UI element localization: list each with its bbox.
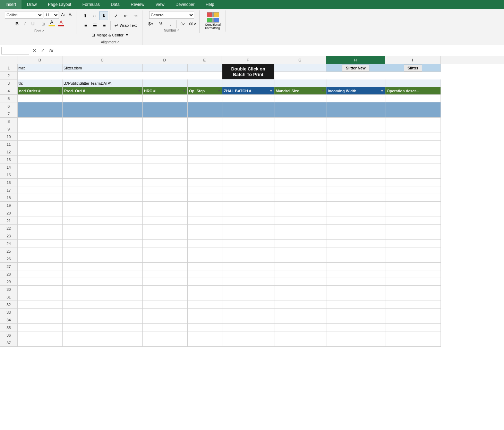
tab-view[interactable]: View [150,0,170,9]
cell-e9[interactable] [188,125,222,133]
row-header-32[interactable]: 32 [0,301,17,309]
col-header-e[interactable]: E [187,56,222,64]
col-header-c[interactable]: C [62,56,142,64]
cell-i2[interactable] [385,79,441,87]
cell-i1-slitter[interactable]: Slitter [385,64,441,72]
cell-d1[interactable] [143,64,188,72]
cell-h8[interactable] [326,118,385,125]
col-header-i[interactable]: I [385,56,441,64]
cell-c10[interactable] [63,133,143,141]
row-header-12[interactable]: 12 [0,148,17,156]
font-expand-icon[interactable]: ↗ [42,29,44,33]
tab-developer[interactable]: Developer [170,0,200,9]
cell-c2[interactable]: B:\Public\Slitter Team\DATA\ [63,79,143,87]
row-header-20[interactable]: 20 [0,209,17,217]
row-header-24[interactable]: 24 [0,240,17,247]
tab-review[interactable]: Review [125,0,150,9]
cell-b8[interactable] [18,118,63,125]
row-header-16[interactable]: 16 [0,179,17,186]
align-left-button[interactable]: ≡ [81,21,90,30]
cell-b10[interactable] [18,133,63,141]
cell-i5-blue[interactable] [385,102,441,118]
cell-h2[interactable] [326,79,385,87]
align-right-button[interactable]: ≡ [100,21,109,30]
row-header-34[interactable]: 34 [0,316,17,324]
indent-decrease-button[interactable]: ⇤ [121,11,130,20]
row-header-11[interactable]: 11 [0,141,17,148]
tab-formulas[interactable]: Formulas [77,0,105,9]
alignment-expand-icon[interactable]: ↗ [117,41,119,44]
slitter-new-button[interactable]: Slitter New [342,65,369,71]
fill-color-button[interactable]: A [47,19,56,28]
slitter-button[interactable]: Slitter [404,65,422,71]
row-header-5[interactable]: 5 [0,95,17,102]
row-header-27[interactable]: 27 [0,263,17,270]
tab-page-layout[interactable]: Page Layout [42,0,77,9]
row-header-21[interactable]: 21 [0,217,17,225]
row-header-25[interactable]: 25 [0,247,17,255]
row-header-4[interactable]: 4 [0,87,17,95]
cell-h1-slitter-new[interactable]: Slitter New [326,64,385,72]
header-cell-mandrel-size[interactable]: Mandrel Size ▼ [274,87,326,95]
cell-e2[interactable] [188,79,222,87]
italic-button[interactable]: I [21,20,29,28]
header-prod-ord-dropdown[interactable]: ▼ [138,89,141,93]
cell-f8[interactable] [222,118,274,125]
formula-input[interactable] [56,47,503,54]
row-header-1[interactable]: 1 [0,64,17,72]
row-header-36[interactable]: 36 [0,331,17,339]
row-header-13[interactable]: 13 [0,156,17,163]
row-header-6[interactable]: 6 [0,102,17,110]
cell-d9[interactable] [143,125,188,133]
align-center-button[interactable]: ☰ [91,21,100,30]
align-top-button[interactable]: ⬆ [80,11,89,20]
number-format-select[interactable]: General [149,11,194,19]
cell-c1[interactable]: Slitter.xlsm [63,64,143,72]
text-angle-button[interactable]: ⤢ [111,11,120,20]
indent-increase-button[interactable]: ⇥ [131,11,140,20]
cell-g4[interactable] [274,95,326,102]
header-cell-ned-order[interactable]: ned Order # ▼ [18,87,63,95]
merge-dropdown-arrow[interactable]: ▼ [126,33,129,37]
row-header-17[interactable]: 17 [0,186,17,194]
cell-f1-tooltip[interactable]: Double Click onBatch To Print [222,64,274,79]
row-header-7[interactable]: 7 [0,110,17,118]
font-shrink-button[interactable]: A- [67,11,74,19]
header-cell-op-step[interactable]: Op. Step ▼ [188,87,222,95]
align-middle-button[interactable]: ↔ [90,11,99,20]
cell-f4[interactable] [222,95,274,102]
cell-g5-blue[interactable] [274,102,326,118]
row-header-15[interactable]: 15 [0,171,17,179]
cell-g10[interactable] [274,133,326,141]
cell-b5-blue[interactable] [18,102,63,118]
increase-decimal-button[interactable]: .00↗ [188,20,197,28]
header-cell-operation-descr[interactable]: Operation descr... [385,87,441,95]
row-header-14[interactable]: 14 [0,163,17,171]
cell-e10[interactable] [188,133,222,141]
header-zhal-batch-dropdown[interactable]: ▼ [270,89,273,93]
tab-help[interactable]: Help [200,0,220,9]
bold-button[interactable]: B [13,20,21,28]
col-header-g[interactable]: G [274,56,326,64]
cell-f10[interactable] [222,133,274,141]
formula-confirm-button[interactable]: ✓ [39,47,46,54]
cell-b2[interactable]: th: [18,79,63,87]
row-header-26[interactable]: 26 [0,255,17,263]
row-header-35[interactable]: 35 [0,324,17,331]
cell-h5-blue[interactable] [326,102,385,118]
cell-c8[interactable] [63,118,143,125]
cell-i10[interactable] [385,133,441,141]
header-cell-incoming-width[interactable]: Incoming Width ▼ [326,87,385,95]
cell-g9[interactable] [274,125,326,133]
percent-button[interactable]: % [156,20,165,28]
cell-b9[interactable] [18,125,63,133]
cell-d10[interactable] [143,133,188,141]
cell-e5-blue[interactable] [188,102,222,118]
currency-button[interactable]: $▼ [146,20,155,28]
cell-d5-blue[interactable] [143,102,188,118]
wrap-text-button[interactable]: ↵ Wrap Text [112,21,139,30]
cell-e1[interactable] [188,64,222,72]
cell-d8[interactable] [143,118,188,125]
cell-c4[interactable] [63,95,143,102]
decrease-decimal-button[interactable]: .0↙ [178,20,187,28]
